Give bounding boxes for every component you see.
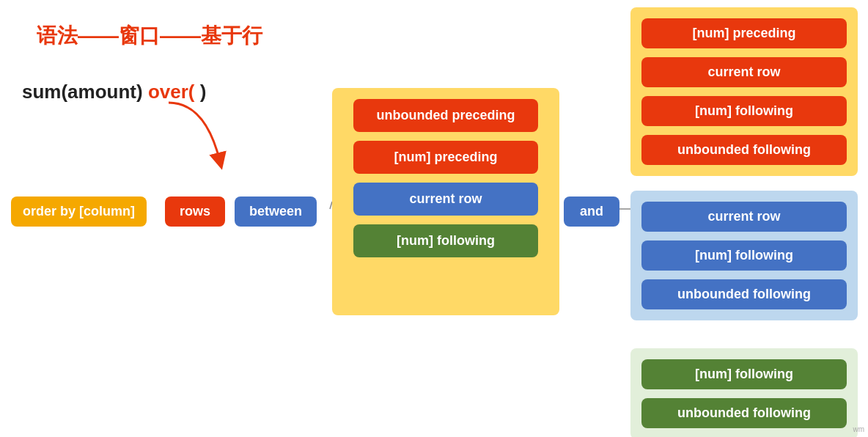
between-button[interactable]: between	[235, 197, 317, 227]
right-blue-current-row[interactable]: current row	[641, 202, 847, 232]
left-option-num-following[interactable]: [num] following	[353, 224, 538, 257]
right-orange-num-following[interactable]: [num] following	[641, 96, 847, 126]
rows-button[interactable]: rows	[165, 197, 225, 227]
right-orange-current-row[interactable]: current row	[641, 57, 847, 87]
right-green-unbounded-following[interactable]: unbounded following	[641, 398, 847, 428]
right-blue-num-following[interactable]: [num] following	[641, 240, 847, 271]
right-green-num-following[interactable]: [num] following	[641, 359, 847, 389]
right-orange-unbounded-following[interactable]: unbounded following	[641, 135, 847, 165]
left-option-num-preceding[interactable]: [num] preceding	[353, 141, 538, 174]
right-green-panel: [num] following unbounded following	[630, 348, 858, 437]
right-blue-panel: current row [num] following unbounded fo…	[630, 191, 858, 320]
order-by-button[interactable]: order by [column]	[11, 197, 147, 227]
right-blue-unbounded-following[interactable]: unbounded following	[641, 279, 847, 309]
right-orange-panel: [num] preceding current row [num] follow…	[630, 7, 858, 176]
formula-prefix: sum(amount)	[22, 81, 143, 103]
arrow-indicator	[147, 95, 242, 176]
right-orange-num-preceding[interactable]: [num] preceding	[641, 18, 847, 48]
and-button[interactable]: and	[564, 197, 619, 227]
left-options-panel: unbounded preceding [num] preceding curr…	[332, 88, 559, 315]
left-option-unbounded-preceding[interactable]: unbounded preceding	[353, 99, 538, 132]
left-option-current-row[interactable]: current row	[353, 183, 538, 216]
watermark: wm	[853, 425, 864, 433]
page-title: 语法——窗口——基于行	[37, 22, 262, 50]
